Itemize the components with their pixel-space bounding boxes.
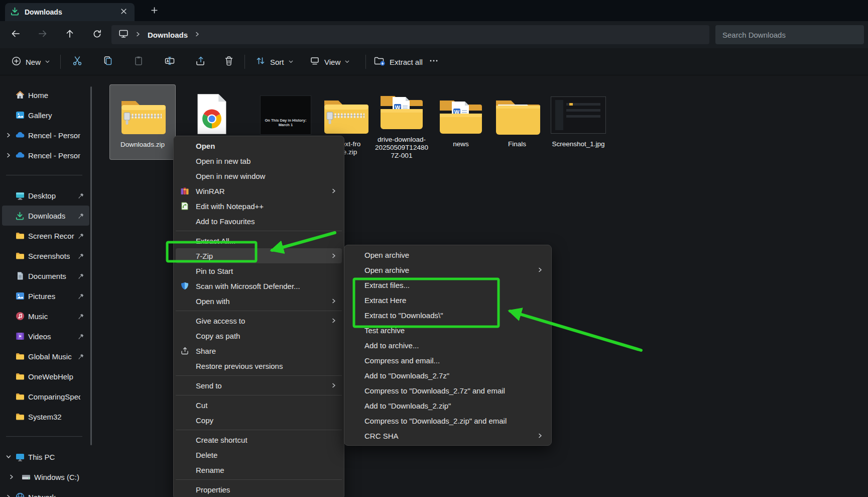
sidebar-item-label: OneWebHelp: [28, 372, 73, 381]
address-bar[interactable]: Downloads: [111, 25, 709, 44]
sidebar-item-videos[interactable]: Videos: [2, 326, 89, 346]
context-menu-item-rename[interactable]: Rename: [174, 462, 344, 477]
forward-button[interactable]: [33, 25, 52, 44]
search-box[interactable]: [715, 25, 864, 44]
submenu-item-crc-sha[interactable]: CRC SHA: [344, 428, 551, 443]
sidebar-item-this-pc[interactable]: This PC: [2, 447, 89, 467]
sidebar-item-downloads[interactable]: Downloads: [2, 206, 89, 226]
context-menu-item-open-with[interactable]: Open with: [174, 293, 344, 309]
cut-icon: [72, 55, 83, 68]
submenu-item-extract-files[interactable]: Extract files...: [344, 277, 551, 292]
sidebar-item-screen-recor[interactable]: Screen Recor: [2, 226, 89, 246]
close-tab-icon[interactable]: [117, 6, 130, 18]
sidebar-item-label: Downloads: [28, 212, 65, 220]
sidebar-item-desktop[interactable]: Desktop: [2, 185, 89, 206]
file-finals[interactable]: Finals: [484, 84, 550, 160]
search-input[interactable]: [715, 25, 864, 44]
context-menu-item-restore-previous-versions[interactable]: Restore previous versions: [174, 358, 344, 373]
context-menu-item-give-access-to[interactable]: Give access to: [174, 313, 344, 328]
cut-button[interactable]: [68, 53, 87, 71]
submenu-item-test-archive[interactable]: Test archive: [344, 323, 551, 338]
chevron-right-icon[interactable]: [2, 132, 15, 138]
file-downloads-zip[interactable]: Downloads.zip: [109, 84, 176, 160]
new-button[interactable]: New: [7, 53, 54, 71]
sidebar-item-network[interactable]: Network: [2, 487, 89, 497]
context-menu-item-7-zip[interactable]: 7-Zip: [176, 248, 342, 263]
context-menu-item-open-in-new-tab[interactable]: Open in new tab: [174, 153, 344, 168]
submenu-item-open-archive[interactable]: Open archive: [344, 247, 551, 262]
sidebar-item-system32[interactable]: System32: [2, 407, 89, 427]
sidebar-item-label: System32: [28, 413, 62, 421]
sidebar-item-gallery[interactable]: Gallery: [2, 105, 89, 125]
file-drive-download[interactable]: Wdrive-download-20250509T124807Z-001: [368, 84, 435, 160]
submenu-item-add-to-downloads-2-7z[interactable]: Add to "Downloads_2.7z": [344, 368, 551, 383]
menu-item-label: Properties: [196, 485, 230, 494]
breadcrumb-downloads[interactable]: Downloads: [148, 31, 188, 39]
submenu-item-add-to-downloads-2-zip[interactable]: Add to "Downloads_2.zip": [344, 398, 551, 413]
share-button[interactable]: [191, 53, 210, 71]
context-menu-item-share[interactable]: Share: [174, 343, 344, 358]
winrar-icon: [180, 186, 189, 195]
submenu-item-extract-to-downloads[interactable]: Extract to "Downloads\": [344, 308, 551, 323]
context-menu-item-open-in-new-window[interactable]: Open in new window: [174, 168, 344, 183]
sort-button[interactable]: Sort: [251, 53, 298, 71]
context-menu-item-delete[interactable]: Delete: [174, 447, 344, 462]
context-menu-item-properties[interactable]: Properties: [174, 482, 344, 497]
more-options-button[interactable]: [425, 53, 443, 71]
sidebar-item-pictures[interactable]: Pictures: [2, 286, 89, 306]
network-icon: [15, 492, 26, 497]
file-screenshot-1-jpg[interactable]: Screenshot_1.jpg: [545, 84, 611, 160]
explorer-tab[interactable]: Downloads: [5, 3, 135, 21]
chevron-right-icon[interactable]: [2, 494, 15, 497]
share-menu-icon: [180, 346, 189, 355]
context-menu-item-create-shortcut[interactable]: Create shortcut: [174, 432, 344, 447]
sidebar-scrollbar[interactable]: [90, 86, 92, 445]
sidebar-item-windows-c[interactable]: Windows (C:): [2, 467, 89, 487]
context-menu-item-winrar[interactable]: WinRAR: [174, 183, 344, 198]
context-menu-item-open[interactable]: Open: [174, 138, 344, 153]
extract-all-button[interactable]: Extract all: [369, 53, 427, 71]
context-menu-item-cut[interactable]: Cut: [174, 397, 344, 413]
arrow-up-icon: [65, 29, 75, 41]
up-button[interactable]: [60, 25, 79, 44]
chevron-right-icon[interactable]: [2, 474, 21, 480]
sidebar-item-documents[interactable]: Documents: [2, 266, 89, 286]
context-menu-item-add-to-favourites[interactable]: Add to Favourites: [174, 214, 344, 229]
submenu-item-compress-to-downloads-2-zip-and-email[interactable]: Compress to "Downloads_2.zip" and email: [344, 413, 551, 428]
view-button[interactable]: View: [305, 53, 354, 71]
sidebar-item-home[interactable]: Home: [2, 85, 89, 105]
chevron-right-icon[interactable]: [2, 152, 15, 158]
submenu-item-compress-to-downloads-2-7z-and-email[interactable]: Compress to "Downloads_2.7z" and email: [344, 383, 551, 398]
defender-icon: [180, 281, 189, 290]
context-menu-item-send-to[interactable]: Send to: [174, 378, 344, 393]
context-menu-item-scan-with-microsoft-defender[interactable]: Scan with Microsoft Defender...: [174, 278, 344, 293]
refresh-button[interactable]: [87, 25, 106, 44]
chevron-right-icon: [537, 267, 543, 273]
context-menu-item-extract-all[interactable]: Extract All...: [174, 233, 344, 248]
sidebar-item-rencel-persona[interactable]: Rencel - Persona: [2, 125, 89, 145]
context-menu-item-copy[interactable]: Copy: [174, 413, 344, 428]
submenu-item-add-to-archive[interactable]: Add to archive...: [344, 338, 551, 353]
sidebar-item-global-music[interactable]: Global Music: [2, 346, 89, 366]
delete-button[interactable]: [219, 53, 238, 71]
monitor-icon: [118, 29, 129, 41]
new-tab-button[interactable]: [148, 6, 161, 17]
sidebar-item-comparingspec[interactable]: ComparingSpec: [2, 386, 89, 407]
sidebar-item-label: Documents: [28, 272, 66, 280]
sidebar-item-screenshots[interactable]: Screenshots: [2, 246, 89, 266]
sidebar-item-rencel-persona[interactable]: Rencel - Persona: [2, 145, 89, 165]
context-menu-item-copy-as-path[interactable]: Copy as path: [174, 328, 344, 343]
submenu-item-extract-here[interactable]: Extract Here: [344, 292, 551, 308]
paste-button[interactable]: [129, 53, 148, 71]
rename-button[interactable]: [160, 53, 179, 71]
paste-icon: [133, 55, 144, 68]
chevron-down-icon[interactable]: [2, 454, 15, 460]
copy-button[interactable]: [98, 53, 117, 71]
submenu-item-open-archive-2[interactable]: Open archive: [344, 262, 551, 277]
submenu-item-compress-and-email[interactable]: Compress and email...: [344, 353, 551, 368]
sidebar-item-music[interactable]: Music: [2, 306, 89, 326]
context-menu-item-pin-to-start[interactable]: Pin to Start: [174, 263, 344, 278]
back-button[interactable]: [6, 25, 25, 44]
context-menu-item-edit-with-notepad[interactable]: Edit with Notepad++: [174, 198, 344, 214]
sidebar-item-onewebhelp[interactable]: OneWebHelp: [2, 366, 89, 386]
